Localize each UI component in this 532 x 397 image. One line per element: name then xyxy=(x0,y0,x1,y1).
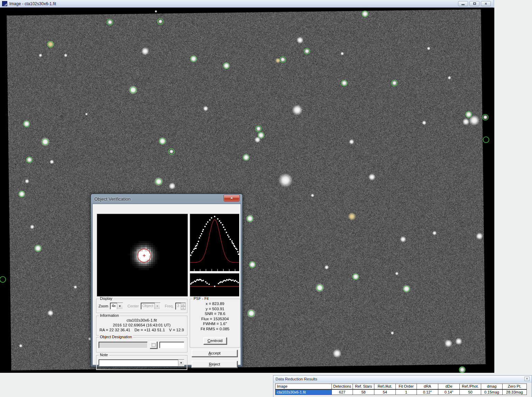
close-button[interactable]: × xyxy=(481,1,491,6)
image-window: Image - cta102s30x6-1.fit × Object Verif… xyxy=(0,0,494,373)
reject-button[interactable]: Reject xyxy=(192,361,237,368)
psf-flux-value: Flux = 1535304 xyxy=(190,317,240,321)
psf-residual-plot xyxy=(190,273,240,297)
freq-stepper: 3 ▲▼ xyxy=(175,303,186,310)
results-titlebar[interactable]: Data Reduction Results × xyxy=(273,376,532,382)
psf-fwhm-value: FWHM = 1.6'' xyxy=(190,322,240,326)
cell-value[interactable]: 0.12" xyxy=(417,389,438,395)
comet-icon xyxy=(2,1,7,6)
image-window-titlebar[interactable]: Image - cta102s30x6-1.fit × xyxy=(0,0,493,8)
object-verification-dialog: Object Verification × Display Zoom 4x ▼ … xyxy=(91,194,243,367)
info-ra: RA = 22 32 36.41 xyxy=(100,328,130,332)
display-group-label: Display xyxy=(99,296,113,301)
info-coordinates: RA = 22 32 36.41De = +11 43 51.1V = 12.9 xyxy=(96,328,187,332)
chevron-down-icon[interactable]: ▼ xyxy=(117,303,123,309)
cell-image-name[interactable]: cta102s30x6-1.fit xyxy=(276,389,332,395)
note-group-label: Note xyxy=(99,353,109,357)
chevron-down-icon: ▼ xyxy=(155,303,160,309)
psf-x-value: x = 823.89 xyxy=(190,302,240,306)
column-header-detections: Detections xyxy=(332,384,353,389)
spin-up-icon: ▲ xyxy=(181,303,186,306)
info-v: V = 12.9 xyxy=(169,328,184,332)
dialog-titlebar[interactable]: Object Verification xyxy=(91,194,242,204)
object-designation-label: Object Designation xyxy=(99,335,133,339)
cell-value[interactable]: 627 xyxy=(332,389,353,395)
column-header-ref-ast-: Ref./Ast. xyxy=(374,384,396,389)
spin-down-icon: ▼ xyxy=(181,306,186,310)
cell-value[interactable]: 1 xyxy=(396,389,417,395)
psf-snr-value: SNR = 78.6 xyxy=(190,312,240,316)
cell-value[interactable]: 0.15mag xyxy=(481,389,503,395)
info-de: De = +11 43 51.1 xyxy=(134,328,165,332)
minimize-icon xyxy=(461,4,465,5)
minimize-button[interactable] xyxy=(458,1,468,6)
cell-value[interactable]: 0.14" xyxy=(438,389,460,395)
column-header-zero-pt-: Zero Pt. xyxy=(503,384,527,389)
restore-button[interactable] xyxy=(469,1,479,6)
information-group-label: Information xyxy=(99,313,120,317)
browse-button[interactable] xyxy=(150,341,157,349)
restore-icon xyxy=(473,2,476,5)
chevron-down-icon[interactable]: ▼ xyxy=(178,360,184,366)
object-designation-group: Object Designation xyxy=(96,337,187,352)
results-table: ImageDetectionsRef. StarsRef./Ast.Fit Or… xyxy=(275,384,527,395)
column-header-dde: dDe xyxy=(438,384,460,389)
display-group: Display Zoom 4x ▼ Center Object ▼ Freq. … xyxy=(96,299,187,313)
column-header-ref-stars: Ref. Stars xyxy=(353,384,374,389)
column-header-dra: dRA xyxy=(417,384,438,389)
info-datetime: 2016 12 02.69654 (16:43:01 UT) xyxy=(96,323,187,327)
zoom-label: Zoom xyxy=(99,304,108,308)
cell-value[interactable]: 50 xyxy=(460,389,481,395)
freq-label: Freq. xyxy=(165,304,174,308)
note-select[interactable]: ▼ xyxy=(99,359,184,366)
information-group: Information cta102s30x6-1.fit 2016 12 02… xyxy=(96,316,187,335)
psf-fitrms-value: Fit RMS = 0.085 xyxy=(190,327,240,331)
table-row[interactable]: cta102s30x6-1.fit627585410.12"0.14"500.1… xyxy=(276,389,527,395)
center-label: Center xyxy=(128,304,139,308)
center-select: Object ▼ xyxy=(141,303,160,310)
accept-button[interactable]: Accept xyxy=(192,350,237,357)
centroid-button[interactable]: Centroid xyxy=(203,337,227,344)
cell-value[interactable]: 58 xyxy=(353,389,374,395)
data-reduction-results-window: Data Reduction Results × ImageDetections… xyxy=(273,375,532,397)
star-zoom-view xyxy=(97,214,188,297)
zoom-select[interactable]: 4x ▼ xyxy=(110,303,123,310)
column-header-ref-phot-: Ref./Phot. xyxy=(460,384,481,389)
results-title: Data Reduction Results xyxy=(276,377,317,381)
note-group: Note ▼ xyxy=(96,355,187,370)
psf-fit-group-label: PSF - Fit xyxy=(193,296,209,301)
object-designation-input xyxy=(99,342,148,348)
close-icon: × xyxy=(485,2,487,6)
cell-value[interactable]: 28.33mag xyxy=(503,389,527,395)
column-header-dmag: dmag xyxy=(481,384,503,389)
column-header-image: Image xyxy=(276,384,332,389)
psf-y-value: y = 503.91 xyxy=(190,307,240,311)
column-header-fit-order: Fit Order xyxy=(396,384,417,389)
psf-fit-group: PSF - Fit x = 823.89 y = 503.91 SNR = 78… xyxy=(190,299,240,348)
results-close-button[interactable]: × xyxy=(524,377,530,381)
image-window-title: Image - cta102s30x6-1.fit xyxy=(9,1,56,6)
dialog-title: Object Verification xyxy=(94,196,131,202)
dialog-close-button[interactable]: × xyxy=(224,195,240,202)
dialog-client-area: Display Zoom 4x ▼ Center Object ▼ Freq. … xyxy=(92,204,241,365)
info-filename: cta102s30x6-1.fit xyxy=(96,318,187,322)
cell-value[interactable]: 54 xyxy=(374,389,396,395)
object-designation-alt-input[interactable] xyxy=(159,342,184,348)
starfield-canvas[interactable] xyxy=(0,8,494,373)
psf-profile-plot xyxy=(190,214,240,271)
